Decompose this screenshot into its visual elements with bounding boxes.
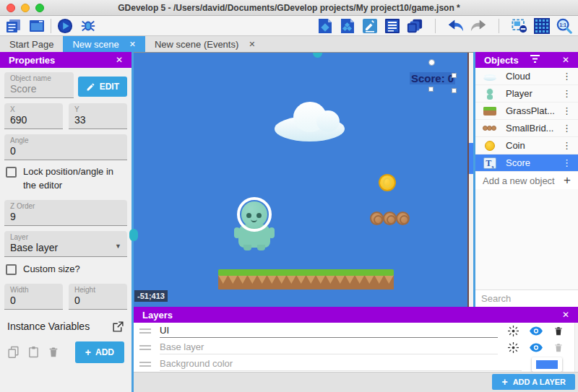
score-text-instance[interactable]: Score: 0 (410, 72, 455, 84)
tab-new-scene-events[interactable]: New scene (Events) ✕ (145, 36, 265, 52)
edit-object-button[interactable]: EDIT (78, 77, 127, 97)
object-menu-icon[interactable]: ⋮ (560, 71, 574, 82)
layers-scrollbar[interactable] (574, 323, 578, 372)
object-menu-icon[interactable]: ⋮ (560, 140, 574, 151)
object-name-input[interactable] (10, 83, 68, 95)
resize-handle-bottom[interactable] (428, 87, 434, 92)
object-menu-icon[interactable]: ⋮ (560, 105, 574, 116)
close-tab-icon[interactable]: ✕ (129, 40, 136, 49)
layer-visibility-icon[interactable] (530, 343, 543, 352)
project-manager-icon[interactable] (6, 18, 22, 34)
copy-icon[interactable] (7, 346, 20, 358)
instances-list-icon[interactable] (384, 18, 400, 34)
properties-panel: Properties ✕ Object name EDIT X (0, 52, 134, 392)
close-layers-icon[interactable]: ✕ (562, 310, 569, 320)
filter-icon[interactable] (530, 55, 540, 65)
open-in-new-icon[interactable] (112, 321, 124, 333)
object-list-item-score[interactable]: Tx Score ⋮ (475, 154, 578, 172)
pencil-icon (86, 82, 95, 92)
instance-variables-title: Instance Variables (7, 321, 90, 332)
layer-row-base[interactable] (134, 339, 578, 356)
toggle-window-mask-icon[interactable] (512, 18, 527, 34)
object-list-item-coin[interactable]: Coin ⋮ (475, 137, 578, 154)
zoom-1-1-icon[interactable]: 1:1 (556, 18, 572, 34)
add-variable-button[interactable]: + ADD (75, 341, 124, 363)
objects-search-input[interactable] (481, 293, 578, 304)
height-field[interactable]: Height (69, 284, 127, 310)
vertical-scroll-knob[interactable] (129, 229, 138, 241)
object-menu-icon[interactable]: ⋮ (560, 88, 574, 99)
layer-select[interactable]: Layer ▼ (4, 231, 127, 257)
cloud-instance[interactable] (275, 102, 345, 141)
object-groups-icon[interactable] (340, 18, 355, 34)
x-position-field[interactable]: X (4, 103, 63, 129)
object-list-item-smallbridge[interactable]: SmallBrid... ⋮ (475, 120, 578, 137)
close-tab-icon[interactable]: ✕ (249, 40, 255, 49)
object-menu-icon[interactable]: ⋮ (560, 157, 574, 168)
undo-icon[interactable] (448, 18, 464, 34)
layer-label: Layer (10, 233, 121, 241)
layer-row-background-color[interactable] (134, 356, 578, 373)
trash-icon[interactable] (48, 346, 59, 358)
close-objects-icon[interactable]: ✕ (562, 55, 569, 65)
object-list-item-cloud[interactable]: Cloud ⋮ (475, 68, 578, 85)
layer-row-ui[interactable] (134, 323, 578, 339)
coin-instance[interactable] (379, 174, 396, 191)
background-color-picker[interactable] (532, 357, 562, 372)
scene-properties-icon[interactable] (362, 18, 378, 34)
z-order-input[interactable] (10, 211, 121, 222)
drag-handle-icon[interactable] (139, 345, 151, 350)
object-list-item-grassplatform[interactable]: GrassPlat... ⋮ (475, 103, 578, 120)
lock-position-checkbox[interactable] (6, 167, 17, 178)
resize-handle-right[interactable] (452, 73, 457, 78)
resize-handle-corner[interactable] (452, 88, 457, 93)
layers-editor-icon[interactable] (407, 18, 423, 34)
custom-size-checkbox[interactable] (6, 264, 17, 275)
play-preview-icon[interactable] (57, 18, 73, 34)
preview-window-icon[interactable] (29, 18, 45, 34)
objects-editor-icon[interactable] (317, 18, 333, 34)
objects-list-empty-area (475, 189, 578, 289)
y-label: Y (74, 105, 121, 113)
x-input[interactable] (10, 114, 57, 126)
delete-layer-icon[interactable] (553, 326, 564, 336)
grass-platform-instance[interactable] (218, 269, 394, 289)
layer-name-input[interactable] (160, 325, 498, 338)
layer-effects-icon[interactable] (508, 326, 519, 336)
redo-icon[interactable] (470, 18, 486, 34)
tab-start-page[interactable]: Start Page (0, 36, 63, 52)
add-new-object-label: Add a new object (483, 175, 564, 186)
object-list-item-player[interactable]: Player ⋮ (475, 85, 578, 103)
scene-canvas[interactable]: Score: 0 -51;413 (134, 52, 473, 307)
layer-effects-icon[interactable] (508, 342, 519, 353)
width-field[interactable]: Width (4, 284, 63, 310)
tab-new-scene[interactable]: New scene ✕ (63, 36, 145, 52)
layer-visibility-icon[interactable] (530, 326, 543, 336)
layer-name-input[interactable] (160, 358, 522, 371)
object-menu-icon[interactable]: ⋮ (560, 123, 574, 134)
y-position-field[interactable]: Y (69, 103, 127, 129)
layer-name-input[interactable] (160, 341, 498, 354)
small-bridge-instance[interactable] (370, 212, 409, 225)
rotation-handle[interactable] (428, 59, 435, 66)
debug-icon[interactable] (80, 18, 96, 34)
angle-field[interactable]: Angle (4, 134, 127, 160)
drag-handle-icon[interactable] (139, 328, 151, 334)
layer-select-value[interactable] (10, 242, 121, 253)
player-instance[interactable] (236, 197, 272, 251)
object-name-field[interactable]: Object name (4, 72, 74, 98)
drag-handle-icon[interactable] (139, 362, 151, 367)
width-input[interactable] (10, 295, 57, 306)
y-input[interactable] (74, 114, 121, 126)
height-input[interactable] (74, 295, 121, 306)
add-layer-button[interactable]: + ADD A LAYER (492, 374, 575, 390)
paste-icon[interactable] (27, 346, 40, 358)
close-properties-icon[interactable]: ✕ (116, 55, 123, 65)
objects-panel-title: Objects (484, 55, 519, 66)
grid-icon[interactable] (534, 18, 550, 34)
window-title: GDevelop 5 - /Users/david/Documents/GDev… (0, 3, 578, 13)
horizontal-scroll-knob[interactable] (313, 52, 322, 58)
angle-input[interactable] (10, 145, 121, 157)
add-new-object-row[interactable]: Add a new object + (475, 172, 578, 189)
z-order-field[interactable]: Z Order (4, 200, 127, 226)
